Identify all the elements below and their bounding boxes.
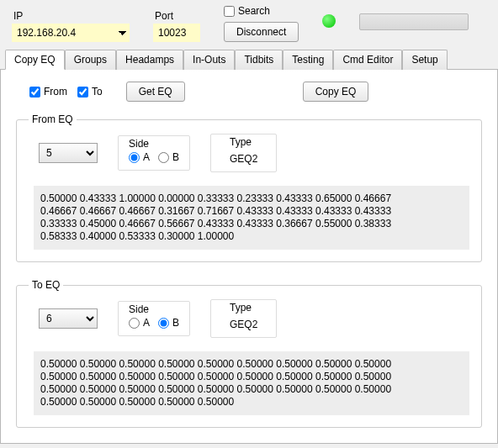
from-eq-side-b-radio[interactable] bbox=[158, 152, 169, 163]
tab-copy-eq[interactable]: Copy EQ bbox=[5, 50, 65, 70]
search-checkbox-label: Search bbox=[238, 5, 270, 17]
to-eq-group: To EQ 6 Side A B Type GEQ2 0.50000 0.500… bbox=[16, 279, 482, 428]
to-eq-legend: To EQ bbox=[29, 279, 63, 291]
from-eq-group: From EQ 5 Side A B Type GEQ2 0.50000 0.4… bbox=[16, 113, 482, 262]
to-eq-side-b-label: B bbox=[172, 317, 179, 329]
from-checkbox[interactable]: From bbox=[29, 86, 67, 98]
to-checkbox-label: To bbox=[92, 86, 103, 98]
from-eq-legend: From EQ bbox=[29, 113, 77, 125]
to-checkbox[interactable]: To bbox=[77, 86, 103, 98]
from-eq-data-line: 0.50000 0.43333 1.00000 0.00000 0.33333 … bbox=[40, 192, 463, 205]
search-checkbox[interactable]: Search bbox=[224, 5, 270, 17]
from-eq-side-b-label: B bbox=[172, 151, 179, 163]
from-eq-side-a-radio[interactable] bbox=[129, 152, 140, 163]
tab-tidbits[interactable]: Tidbits bbox=[235, 50, 283, 70]
tab-strip: Copy EQ Groups Headamps In-Outs Tidbits … bbox=[0, 49, 498, 70]
from-eq-side-frame: Side A B bbox=[118, 135, 190, 171]
tab-headamps[interactable]: Headamps bbox=[116, 50, 183, 70]
from-eq-side-a-label: A bbox=[143, 151, 150, 163]
to-eq-type-frame: Type GEQ2 bbox=[210, 299, 277, 338]
toolbar: IP 192.168.20.4 Port Search Disconnect bbox=[0, 0, 498, 49]
from-eq-channel-select[interactable]: 5 bbox=[39, 143, 98, 163]
from-eq-data: 0.50000 0.43333 1.00000 0.00000 0.33333 … bbox=[34, 186, 469, 250]
to-eq-side-a-label: A bbox=[143, 317, 150, 329]
from-eq-type-value: GEQ2 bbox=[230, 150, 257, 165]
tab-content: From To Get EQ Copy EQ From EQ 5 Side A … bbox=[0, 70, 498, 444]
to-eq-data-line: 0.50000 0.50000 0.50000 0.50000 0.50000 bbox=[40, 396, 463, 408]
to-eq-side-frame: Side A B bbox=[118, 301, 190, 336]
search-checkbox-input[interactable] bbox=[224, 6, 235, 17]
from-eq-data-line: 0.33333 0.45000 0.46667 0.56667 0.43333 … bbox=[40, 218, 463, 230]
to-eq-channel-select[interactable]: 6 bbox=[39, 308, 98, 329]
from-eq-type-label: Type bbox=[230, 136, 257, 148]
to-checkbox-input[interactable] bbox=[77, 87, 88, 98]
to-eq-data-line: 0.50000 0.50000 0.50000 0.50000 0.50000 … bbox=[40, 371, 463, 383]
ip-label: IP bbox=[12, 10, 130, 22]
to-eq-data-line: 0.50000 0.50000 0.50000 0.50000 0.50000 … bbox=[40, 383, 463, 396]
tab-testing[interactable]: Testing bbox=[283, 50, 333, 70]
copy-eq-button[interactable]: Copy EQ bbox=[303, 82, 369, 102]
tab-setup[interactable]: Setup bbox=[402, 50, 447, 70]
from-eq-side-label: Side bbox=[129, 138, 179, 150]
tab-groups[interactable]: Groups bbox=[65, 50, 116, 70]
tab-cmd-editor[interactable]: Cmd Editor bbox=[333, 50, 402, 70]
progress-bar bbox=[359, 13, 469, 30]
from-eq-data-line: 0.58333 0.40000 0.53333 0.30000 1.00000 bbox=[40, 230, 463, 243]
to-eq-type-label: Type bbox=[230, 302, 257, 314]
to-eq-side-b-radio[interactable] bbox=[158, 318, 169, 329]
get-eq-button[interactable]: Get EQ bbox=[126, 82, 185, 102]
options-row: From To Get EQ Copy EQ bbox=[29, 82, 482, 102]
ip-input[interactable]: 192.168.20.4 bbox=[12, 24, 130, 42]
to-eq-data-line: 0.50000 0.50000 0.50000 0.50000 0.50000 … bbox=[40, 358, 463, 371]
from-eq-type-frame: Type GEQ2 bbox=[210, 134, 277, 172]
to-eq-side-a-radio[interactable] bbox=[129, 318, 140, 329]
to-eq-data: 0.50000 0.50000 0.50000 0.50000 0.50000 … bbox=[34, 351, 469, 415]
from-checkbox-input[interactable] bbox=[29, 87, 40, 98]
status-light bbox=[322, 14, 336, 28]
from-eq-data-line: 0.46667 0.46667 0.46667 0.31667 0.71667 … bbox=[40, 205, 463, 218]
to-eq-type-value: GEQ2 bbox=[230, 315, 257, 330]
disconnect-button[interactable]: Disconnect bbox=[224, 22, 299, 42]
port-input[interactable] bbox=[153, 24, 200, 42]
from-checkbox-label: From bbox=[44, 86, 67, 98]
to-eq-side-label: Side bbox=[129, 303, 179, 315]
port-label: Port bbox=[153, 10, 200, 22]
tab-in-outs[interactable]: In-Outs bbox=[183, 50, 235, 70]
